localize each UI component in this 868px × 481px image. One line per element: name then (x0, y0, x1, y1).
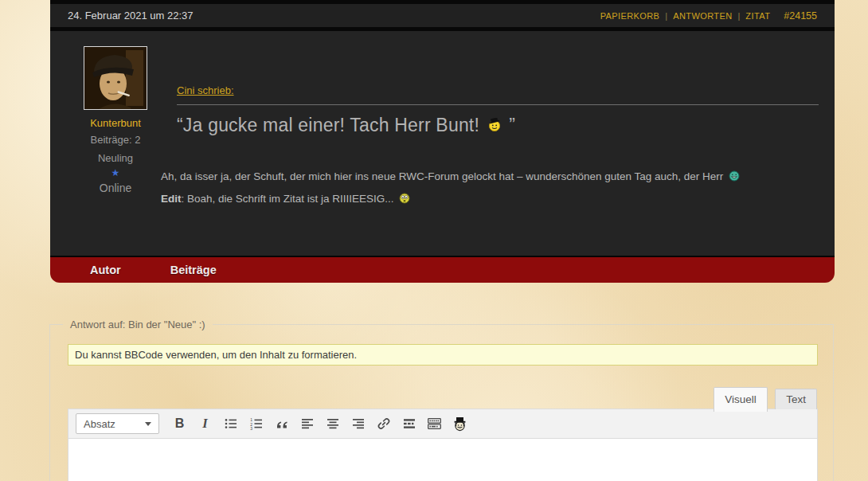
reply-legend: Antwort auf: Bin der "Neue" :) (63, 319, 213, 330)
link-icon (377, 416, 391, 431)
table-footer-bar: Autor Beiträge (50, 256, 835, 283)
keyboard-icon (427, 416, 442, 431)
smiley-picker-button[interactable] (449, 413, 471, 435)
editor-tabs: Visuell Text (50, 385, 833, 409)
paragraph-format-select[interactable]: Absatz (76, 413, 159, 434)
italic-button[interactable]: I (194, 413, 216, 435)
quote-block: Cini schrieb: “Ja gucke mal einer! Tach … (177, 83, 819, 137)
avatar-portrait (84, 47, 147, 109)
forum-post: 24. Februar 2021 um 22:37 PAPIERKORB | A… (50, 0, 835, 283)
hat-smiley-icon (452, 416, 467, 432)
post-number-link[interactable]: #24155 (784, 10, 817, 22)
align-center-icon (326, 416, 340, 431)
action-separator: | (738, 11, 741, 21)
chevron-down-icon (145, 422, 151, 426)
bullet-list-button[interactable] (220, 413, 241, 435)
numbered-list-icon: 1 2 3 (249, 416, 264, 431)
column-header-posts: Beiträge (170, 264, 217, 276)
reply-form: Antwort auf: Bin der "Neue" :) Du kannst… (49, 319, 834, 481)
author-name-link[interactable]: Kunterbunt (70, 117, 161, 129)
editor-content-area[interactable] (68, 439, 818, 481)
align-left-icon (300, 416, 315, 431)
online-status: Online (70, 182, 161, 194)
toolbar-toggle-button[interactable] (424, 413, 445, 435)
quote-close-mark: ” (509, 115, 515, 135)
read-more-button[interactable] (398, 413, 420, 435)
quote-divider (177, 104, 819, 105)
post-date: 24. Februar 2021 um 22:37 (68, 10, 194, 22)
read-more-icon (402, 416, 416, 431)
align-center-button[interactable] (322, 413, 343, 435)
post-content: Cini schrieb: “Ja gucke mal einer! Tach … (161, 46, 819, 248)
align-left-button[interactable] (296, 413, 318, 435)
quoted-text: “Ja gucke mal einer! Tach Herr Bunt! (177, 115, 819, 137)
edit-label: Edit (161, 193, 182, 205)
post-actions: PAPIERKORB | ANTWORTEN | ZITAT #24155 (600, 10, 817, 22)
eek-smiley-icon (399, 193, 410, 206)
bbcode-notice: Du kannst BBCode verwenden, um den Inhal… (68, 344, 818, 366)
quote-source-link[interactable]: Cini schrieb: (177, 84, 234, 96)
tab-text[interactable]: Text (775, 389, 817, 409)
svg-text:3: 3 (250, 426, 252, 431)
column-header-author: Autor (90, 264, 121, 276)
rank-star-icon: ★ (70, 167, 161, 178)
author-post-count: Beiträge: 2 (70, 133, 161, 147)
post-header-bar: 24. Februar 2021 um 22:37 PAPIERKORB | A… (50, 0, 835, 31)
grin-smiley-icon (729, 170, 740, 184)
bold-button[interactable]: B (169, 413, 190, 435)
post-edit-note: Edit: Boah, die Schrift im Zitat ist ja … (161, 193, 819, 206)
bullet-list-icon (224, 416, 238, 431)
author-column: Kunterbunt Beiträge: 2 Neuling ★ Online (70, 46, 161, 248)
user-avatar[interactable] (84, 46, 147, 110)
reply-link[interactable]: ANTWORTEN (673, 11, 732, 21)
hat-tip-smiley-icon (487, 115, 502, 137)
post-panel: Kunterbunt Beiträge: 2 Neuling ★ Online … (50, 31, 835, 256)
blockquote-icon (275, 416, 289, 431)
link-button[interactable] (373, 413, 394, 435)
align-right-button[interactable] (347, 413, 369, 435)
blockquote-button[interactable] (271, 413, 292, 435)
post-paragraph: Ah, da isser ja, der Schuft, der mich hi… (161, 170, 819, 184)
author-rank: Neuling (70, 151, 161, 166)
tab-visual[interactable]: Visuell (714, 387, 768, 412)
align-right-icon (351, 416, 366, 431)
trash-link[interactable]: PAPIERKORB (600, 11, 660, 21)
editor-toolbar: Absatz B I 1 2 3 (68, 409, 818, 439)
quote-link[interactable]: ZITAT (745, 11, 770, 21)
action-separator: | (665, 11, 667, 21)
numbered-list-button[interactable]: 1 2 3 (245, 413, 267, 435)
